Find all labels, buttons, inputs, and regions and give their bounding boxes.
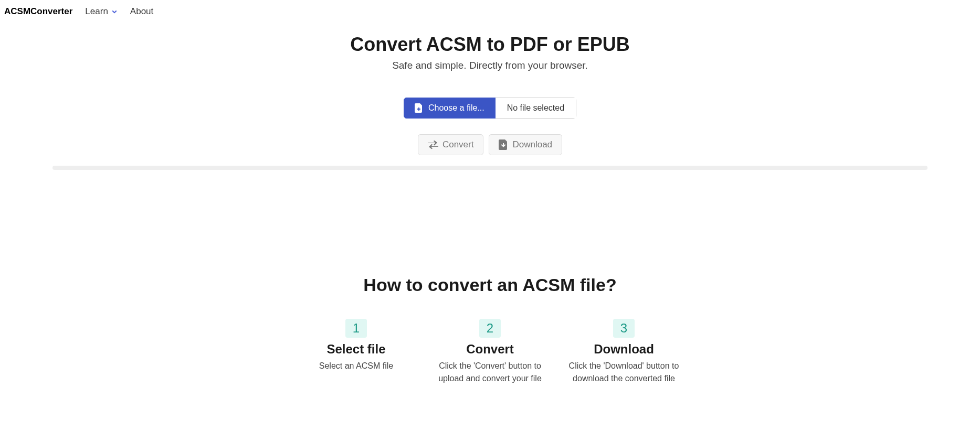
convert-icon — [428, 141, 438, 149]
nav-learn-label: Learn — [85, 6, 108, 17]
steps-container: 1 Select file Select an ACSM file 2 Conv… — [10, 319, 970, 385]
step-1: 1 Select file Select an ACSM file — [300, 319, 413, 385]
step-number: 2 — [479, 319, 501, 338]
step-title: Select file — [300, 342, 413, 357]
file-selector: Choose a file... No file selected — [404, 98, 576, 119]
file-plus-icon — [415, 103, 423, 113]
howto-section: How to convert an ACSM file? 1 Select fi… — [0, 275, 980, 385]
hero-section: Convert ACSM to PDF or EPUB Safe and sim… — [0, 23, 980, 191]
step-title: Convert — [434, 342, 546, 357]
step-desc: Click the 'Convert' button to upload and… — [434, 360, 546, 385]
progress-bar — [52, 166, 928, 170]
download-button[interactable]: Download — [489, 134, 562, 155]
step-desc: Select an ACSM file — [300, 360, 413, 372]
convert-label: Convert — [442, 139, 474, 150]
choose-file-label: Choose a file... — [428, 103, 484, 113]
step-number: 1 — [345, 319, 367, 338]
step-3: 3 Download Click the 'Download' button t… — [567, 319, 680, 385]
download-icon — [499, 139, 508, 150]
step-desc: Click the 'Download' button to download … — [567, 360, 680, 385]
choose-file-button[interactable]: Choose a file... — [404, 98, 496, 119]
step-number: 3 — [613, 319, 635, 338]
step-2: 2 Convert Click the 'Convert' button to … — [434, 319, 546, 385]
file-status: No file selected — [496, 98, 576, 119]
nav-about-link[interactable]: About — [130, 6, 153, 17]
nav-learn-dropdown[interactable]: Learn — [85, 6, 117, 17]
howto-title: How to convert an ACSM file? — [10, 275, 970, 295]
navbar: ACSMConverter Learn About — [0, 0, 980, 23]
hero-title: Convert ACSM to PDF or EPUB — [10, 34, 970, 56]
chevron-down-icon — [111, 8, 118, 15]
action-buttons: Convert Download — [10, 134, 970, 155]
brand-logo[interactable]: ACSMConverter — [4, 6, 72, 17]
download-label: Download — [512, 139, 552, 150]
step-title: Download — [567, 342, 680, 357]
convert-button[interactable]: Convert — [418, 134, 484, 155]
hero-subtitle: Safe and simple. Directly from your brow… — [10, 60, 970, 71]
